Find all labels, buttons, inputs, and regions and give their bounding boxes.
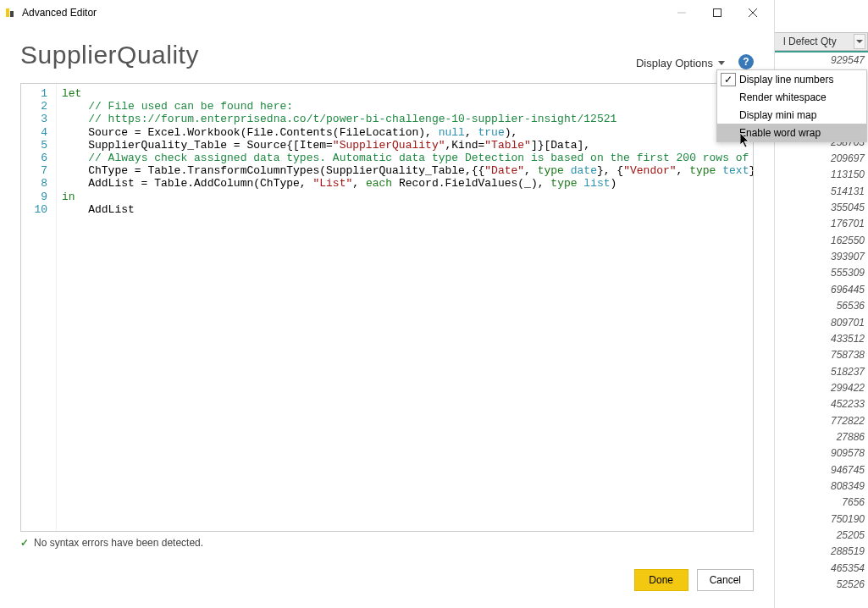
checkbox-icon: ✓ — [721, 73, 736, 86]
table-cell[interactable]: 27886 — [775, 429, 865, 445]
svg-rect-3 — [714, 9, 721, 17]
close-button[interactable] — [735, 1, 771, 25]
table-cell[interactable]: 772822 — [775, 413, 865, 429]
svg-rect-0 — [6, 8, 9, 17]
svg-rect-1 — [10, 11, 14, 17]
menu-item-enable-word-wrap[interactable]: Enable word wrap — [717, 124, 866, 141]
table-cell[interactable]: 808349 — [775, 478, 865, 495]
dialog-footer: Done Cancel — [634, 569, 754, 591]
table-cell[interactable]: 393907 — [775, 249, 865, 265]
window-title: Advanced Editor — [22, 7, 664, 19]
table-cell[interactable]: 555309 — [775, 265, 865, 281]
table-cell[interactable]: 750190 — [775, 511, 865, 528]
table-cell[interactable]: 288519 — [775, 544, 865, 560]
table-cell[interactable]: 909578 — [775, 445, 865, 462]
table-cell[interactable]: 696445 — [775, 282, 865, 298]
query-name: SupplierQuality — [20, 41, 636, 69]
table-cell[interactable]: 514131 — [775, 184, 865, 200]
table-cell[interactable]: 7656 — [775, 495, 865, 511]
column-divider — [775, 51, 868, 53]
line-number: 3 — [25, 113, 47, 125]
table-cell[interactable]: 162550 — [775, 233, 865, 249]
line-number: 7 — [25, 164, 47, 177]
title-bar: Advanced Editor — [0, 0, 774, 25]
menu-item-display-line-numbers[interactable]: ✓Display line numbers — [717, 70, 866, 88]
menu-item-label: Display mini map — [739, 109, 816, 121]
header-row: SupplierQuality Display Options ? — [0, 25, 774, 75]
table-cell[interactable]: 355045 — [775, 200, 865, 216]
menu-item-label: Enable word wrap — [739, 127, 821, 139]
maximize-button[interactable] — [699, 1, 735, 25]
display-options-label: Display Options — [636, 57, 713, 69]
table-cell[interactable]: 52526 — [775, 577, 865, 593]
status-text: No syntax errors have been detected. — [34, 537, 203, 549]
display-options-menu[interactable]: ✓Display line numbersRender whitespaceDi… — [716, 69, 867, 142]
table-cell[interactable]: 452233 — [775, 396, 865, 412]
cancel-button[interactable]: Cancel — [697, 569, 754, 591]
check-icon: ✓ — [20, 537, 29, 549]
column-filter-dropdown-icon[interactable] — [854, 34, 865, 49]
table-cell[interactable]: 433512 — [775, 331, 865, 347]
column-header-label: l Defect Qty — [783, 36, 837, 47]
column-header-defect-qty[interactable]: l Defect Qty — [775, 32, 868, 51]
minimize-button[interactable] — [664, 1, 699, 25]
table-cell[interactable]: 25205 — [775, 528, 865, 544]
done-button[interactable]: Done — [634, 569, 688, 591]
table-cell[interactable]: 299422 — [775, 380, 865, 396]
window-controls — [664, 1, 771, 25]
line-number: 2 — [25, 100, 47, 113]
line-number: 9 — [25, 191, 47, 203]
code-content[interactable]: let // File used can be found here: // h… — [57, 84, 753, 531]
line-number: 10 — [25, 203, 47, 216]
table-cell[interactable]: 758738 — [775, 347, 865, 363]
line-number: 4 — [25, 126, 47, 139]
menu-item-render-whitespace[interactable]: Render whitespace — [717, 88, 866, 106]
chevron-down-icon — [718, 61, 725, 66]
menu-item-label: Display line numbers — [739, 74, 833, 86]
checkbox-icon — [721, 108, 736, 122]
table-cell[interactable]: 809701 — [775, 315, 865, 331]
table-cell[interactable]: 929547 — [775, 53, 865, 69]
table-cell[interactable]: 465354 — [775, 561, 865, 577]
table-cell[interactable]: 946745 — [775, 462, 865, 478]
status-bar: ✓ No syntax errors have been detected. — [20, 537, 754, 549]
help-icon[interactable]: ? — [738, 54, 754, 69]
code-editor[interactable]: 12345678910 let // File used can be foun… — [20, 83, 754, 532]
menu-item-label: Render whitespace — [739, 91, 827, 103]
checkbox-icon — [721, 91, 736, 104]
display-options-dropdown[interactable]: Display Options — [636, 57, 725, 69]
line-number-gutter: 12345678910 — [21, 84, 57, 531]
line-number: 8 — [25, 177, 47, 190]
menu-item-display-mini-map[interactable]: Display mini map — [717, 106, 866, 124]
app-icon — [3, 6, 17, 19]
line-number: 1 — [25, 87, 47, 100]
advanced-editor-dialog: Advanced Editor SupplierQuality Display … — [0, 0, 775, 608]
table-cell[interactable]: 56536 — [775, 298, 865, 314]
line-number: 5 — [25, 139, 47, 152]
table-cell[interactable]: 209697 — [775, 151, 865, 167]
line-number: 6 — [25, 152, 47, 164]
checkbox-icon — [721, 126, 736, 140]
table-cell[interactable]: 518237 — [775, 364, 865, 380]
table-cell[interactable]: 113150 — [775, 167, 865, 183]
table-cell[interactable]: 176701 — [775, 216, 865, 232]
